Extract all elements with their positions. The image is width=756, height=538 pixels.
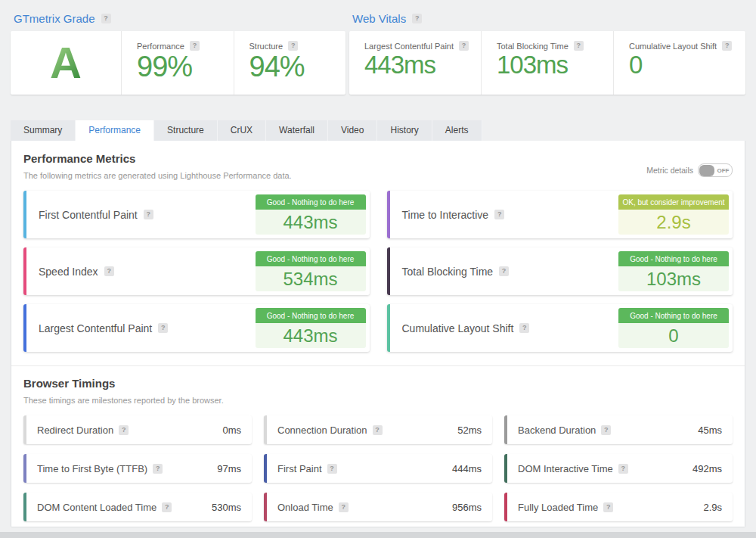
performance-score-cell: Performance ? 99% bbox=[121, 31, 234, 95]
help-icon[interactable]: ? bbox=[618, 464, 628, 474]
timing-card-connection-duration: Connection Duration ? 52ms bbox=[264, 415, 492, 444]
metric-details-label: Metric details bbox=[646, 166, 693, 175]
web-vitals-heading: Web Vitals ? bbox=[352, 12, 745, 25]
help-icon[interactable]: ? bbox=[158, 323, 168, 333]
tab-waterfall[interactable]: Waterfall bbox=[266, 120, 328, 141]
help-icon[interactable]: ? bbox=[153, 464, 163, 474]
help-icon[interactable]: ? bbox=[499, 266, 509, 276]
help-icon[interactable]: ? bbox=[190, 41, 200, 51]
metric-label: Time to Interactive bbox=[402, 209, 489, 221]
metric-card-time-to-interactive: Time to Interactive ? OK, but consider i… bbox=[387, 191, 733, 238]
web-vitals-card: Largest Contentful Paint ? 443ms Total B… bbox=[349, 31, 745, 95]
status-badge: Good - Nothing to do here bbox=[618, 251, 729, 266]
help-icon[interactable]: ? bbox=[412, 14, 422, 23]
status-badge: Good - Nothing to do here bbox=[256, 251, 366, 266]
metric-value-text: 443ms bbox=[283, 212, 337, 233]
metric-details-toggle[interactable]: OFF bbox=[698, 163, 733, 177]
timing-label: Connection Duration bbox=[277, 424, 367, 436]
performance-score-value: 99% bbox=[137, 51, 234, 84]
metric-card-speed-index: Speed Index ? Good - Nothing to do here … bbox=[23, 247, 370, 295]
cls-vital-label: Cumulative Layout Shift bbox=[629, 42, 717, 51]
timing-card-redirect-duration: Redirect Duration ? 0ms bbox=[23, 415, 252, 444]
grade-cell: A bbox=[11, 31, 121, 95]
metric-value-text: 2.9s bbox=[656, 212, 690, 233]
timing-card-dom-interactive-time: DOM Interactive Time ? 492ms bbox=[504, 454, 733, 483]
timing-label: Time to First Byte (TTFB) bbox=[37, 463, 147, 474]
timing-value: 492ms bbox=[692, 463, 722, 474]
cls-vital-value: 0 bbox=[629, 51, 745, 79]
metric-value: 2.9s bbox=[618, 210, 729, 235]
help-icon[interactable]: ? bbox=[494, 210, 504, 219]
browser-timings-title: Browser Timings bbox=[23, 377, 733, 390]
metric-card-first-contentful-paint: First Contentful Paint ? Good - Nothing … bbox=[23, 191, 370, 238]
help-icon[interactable]: ? bbox=[722, 41, 732, 51]
tab-structure[interactable]: Structure bbox=[154, 120, 218, 141]
metric-value-text: 103ms bbox=[646, 269, 701, 290]
tbt-vital-value: 103ms bbox=[497, 51, 613, 79]
browser-timings-subtitle: These timings are milestones reported by… bbox=[23, 396, 733, 405]
grade-letter: A bbox=[50, 41, 82, 85]
timing-value: 444ms bbox=[452, 463, 482, 474]
lcp-vital-value: 443ms bbox=[364, 51, 481, 79]
metric-value-text: 443ms bbox=[283, 325, 337, 347]
timing-label: First Paint bbox=[277, 463, 322, 474]
cls-vital-cell: Cumulative Layout Shift ? 0 bbox=[613, 31, 745, 95]
help-icon[interactable]: ? bbox=[574, 41, 584, 51]
tab-crux[interactable]: CrUX bbox=[218, 120, 266, 141]
help-icon[interactable]: ? bbox=[459, 41, 469, 51]
help-icon[interactable]: ? bbox=[104, 266, 114, 276]
timing-card-dom-content-loaded-time: DOM Content Loaded Time ? 530ms bbox=[23, 493, 252, 521]
help-icon[interactable]: ? bbox=[162, 502, 172, 512]
tab-history[interactable]: History bbox=[377, 120, 432, 141]
metric-value: 103ms bbox=[618, 266, 729, 291]
metric-value: 0 bbox=[618, 323, 729, 348]
timing-value: 97ms bbox=[217, 463, 241, 474]
timing-card-onload-time: Onload Time ? 956ms bbox=[264, 493, 492, 521]
structure-score-label: Structure bbox=[249, 42, 284, 51]
tab-summary[interactable]: Summary bbox=[11, 120, 76, 141]
score-summary-area: GTmetrix Grade ? A Performance ? 99% Str… bbox=[0, 0, 756, 95]
timing-value: 52ms bbox=[457, 424, 482, 436]
timing-value: 956ms bbox=[452, 502, 482, 513]
metric-card-cumulative-layout-shift: Cumulative Layout Shift ? Good - Nothing… bbox=[387, 304, 733, 352]
tab-video[interactable]: Video bbox=[328, 120, 377, 141]
performance-metrics-section: Performance Metrics The following metric… bbox=[11, 141, 745, 365]
timing-label: DOM Content Loaded Time bbox=[37, 502, 156, 513]
lcp-vital-cell: Largest Contentful Paint ? 443ms bbox=[349, 31, 481, 95]
timing-value: 0ms bbox=[222, 424, 241, 436]
help-icon[interactable]: ? bbox=[101, 14, 111, 23]
status-badge: Good - Nothing to do here bbox=[618, 308, 729, 323]
tbt-vital-cell: Total Blocking Time ? 103ms bbox=[481, 31, 613, 95]
help-icon[interactable]: ? bbox=[288, 41, 298, 51]
status-badge: OK, but consider improvement bbox=[618, 194, 729, 210]
metric-card-largest-contentful-paint: Largest Contentful Paint ? Good - Nothin… bbox=[23, 304, 370, 352]
help-icon[interactable]: ? bbox=[119, 425, 129, 435]
timing-card-ttfb: Time to First Byte (TTFB) ? 97ms bbox=[23, 454, 252, 483]
help-icon[interactable]: ? bbox=[339, 502, 349, 512]
help-icon[interactable]: ? bbox=[327, 464, 337, 474]
lcp-vital-label: Largest Contentful Paint bbox=[364, 42, 454, 51]
timing-label: Redirect Duration bbox=[37, 424, 113, 436]
metric-value-text: 0 bbox=[668, 325, 678, 347]
metric-card-total-blocking-time: Total Blocking Time ? Good - Nothing to … bbox=[387, 247, 733, 295]
status-badge: Good - Nothing to do here bbox=[256, 194, 366, 210]
help-icon[interactable]: ? bbox=[144, 210, 153, 219]
gtmetrix-grade-card: A Performance ? 99% Structure ? 94% bbox=[11, 31, 345, 95]
help-icon[interactable]: ? bbox=[601, 425, 611, 435]
metric-value: 534ms bbox=[256, 266, 366, 291]
timing-card-fully-loaded-time: Fully Loaded Time ? 2.9s bbox=[504, 493, 733, 521]
tbt-vital-label: Total Blocking Time bbox=[497, 42, 569, 51]
timing-label: DOM Interactive Time bbox=[518, 463, 613, 474]
metric-cards-grid: First Contentful Paint ? Good - Nothing … bbox=[23, 191, 733, 352]
gtmetrix-grade-title: GTmetrix Grade bbox=[14, 12, 95, 25]
tab-performance[interactable]: Performance bbox=[76, 120, 154, 141]
browser-timings-section: Browser Timings These timings are milest… bbox=[11, 365, 745, 521]
tab-alerts[interactable]: Alerts bbox=[432, 120, 482, 141]
performance-score-label: Performance bbox=[137, 42, 184, 51]
metric-label: Cumulative Layout Shift bbox=[402, 322, 514, 334]
timing-value: 45ms bbox=[698, 424, 722, 436]
help-icon[interactable]: ? bbox=[373, 425, 383, 435]
help-icon[interactable]: ? bbox=[603, 502, 613, 512]
toggle-state-text: OFF bbox=[714, 167, 732, 174]
help-icon[interactable]: ? bbox=[519, 323, 529, 333]
